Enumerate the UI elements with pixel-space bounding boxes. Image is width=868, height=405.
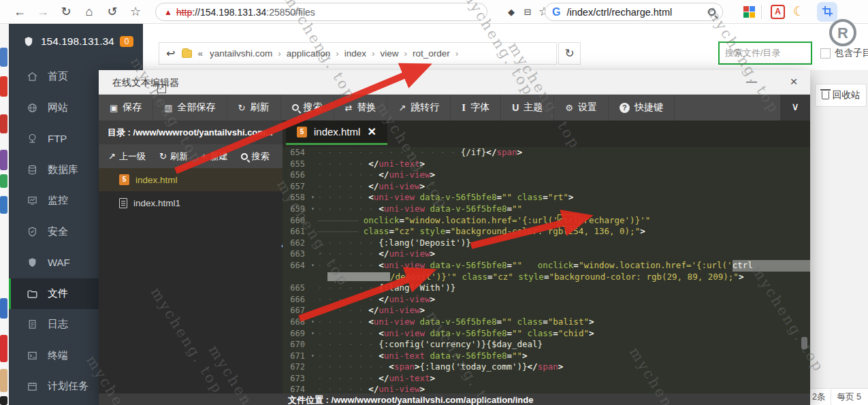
code-line[interactable]: /deposit')}'" class="cz" style="backgrou… — [283, 272, 810, 283]
file-row[interactable]: index.html1 — [99, 191, 283, 214]
tab-index-html[interactable]: 5 index.html ✕ — [286, 120, 387, 145]
include-subdir-label: 包含子目录 — [835, 47, 868, 59]
code-token — [425, 260, 430, 272]
code-line[interactable]: 654· · · · · · · · · · · · · · {/if}</sp… — [283, 147, 810, 159]
code-token — [753, 260, 810, 272]
dialog-titlebar[interactable]: 在线文本编辑器 — × — [99, 70, 810, 95]
reload-icon[interactable]: ↻ — [56, 0, 76, 24]
toolbar-button-refresh[interactable]: ↻刷新 — [227, 95, 281, 120]
code-editor[interactable]: 654· · · · · · · · · · · · · · {/if}</sp… — [283, 147, 810, 393]
code-line[interactable]: 655· · · · · </uni-text> — [283, 159, 810, 170]
code-line[interactable]: 657· · · · · </uni-view> — [283, 181, 810, 193]
avatar[interactable]: R — [829, 19, 856, 46]
crop-extension-icon[interactable] — [822, 6, 833, 16]
fold-gutter — [308, 159, 317, 170]
code-line[interactable]: 671▾· · · · · · <uni-text data-v-56f5bfe… — [283, 351, 810, 362]
pdf-extension-icon[interactable]: A — [771, 5, 785, 19]
forward-icon[interactable]: → — [33, 0, 53, 24]
code-token: = — [496, 317, 502, 328]
address-bar[interactable]: ▲ http://154.198.131.34:25850/files — [155, 3, 487, 21]
breadcrumb[interactable]: ↩ « yantailvshi.com›application›index›vi… — [159, 42, 557, 65]
code-line[interactable]: 672· · · · · · · <span>{:lang('today_com… — [283, 361, 810, 373]
apps-grid-icon[interactable] — [743, 6, 755, 18]
bookmark-star-icon[interactable]: ☆ — [125, 0, 146, 24]
toolbar-button-goto[interactable]: ↗跳转行 — [387, 95, 451, 120]
code-line[interactable]: 667· · · · · </uni-view> — [283, 305, 810, 317]
code-line[interactable]: 666· · · · · · </uni-view> — [283, 294, 810, 306]
code-line[interactable]: 658▾· · · · · <uni-view data-v-56f5bfe8=… — [283, 192, 810, 204]
file-action-up[interactable]: ↗上一级 — [108, 150, 146, 163]
code-token: > — [420, 384, 425, 393]
fold-caret-icon[interactable]: ▾ — [308, 192, 317, 204]
breadcrumb-segment[interactable]: index — [344, 48, 366, 59]
include-subdir-checkbox[interactable] — [820, 48, 831, 59]
breadcrumb-segment[interactable]: yantailvshi.com — [210, 48, 272, 59]
file-row[interactable]: 5index.html — [99, 168, 283, 191]
path-refresh-button[interactable]: ↻ — [558, 42, 581, 65]
code-scrollbar-thumb[interactable] — [801, 337, 807, 349]
recycle-bin-button[interactable]: 回收站 — [815, 84, 867, 107]
code-line[interactable]: 661–––––––– class="cz" style="background… — [283, 226, 810, 238]
code-line[interactable]: 656· · · · · · </uni-view> — [283, 169, 810, 181]
file-search-input[interactable]: 搜索文件/目录 — [718, 42, 812, 65]
monitor-icon — [27, 195, 38, 206]
code-line[interactable]: 659▾· · · · · · <uni-view data-v-56f5bfe… — [283, 204, 810, 215]
file-action-plus[interactable]: +新建 — [202, 150, 228, 163]
close-icon[interactable]: × — [784, 70, 803, 95]
file-action-refresh[interactable]: ↻刷新 — [159, 150, 188, 163]
toolbar-button-search[interactable]: 搜索 — [281, 95, 334, 120]
code-line[interactable]: 674· · · · · </uni-view> — [283, 384, 810, 393]
path-back-icon[interactable]: ↩ — [166, 47, 175, 60]
fold-caret-icon[interactable]: ▾ — [308, 328, 317, 340]
toolbar-button-save[interactable]: ▣保存 — [99, 95, 153, 120]
code-line[interactable]: 662· · · · · · {:lang('Deposit')} — [283, 238, 810, 249]
file-action-search[interactable]: 搜索 — [241, 150, 269, 163]
tab-label: index.html — [314, 126, 360, 137]
code-token: > — [640, 226, 645, 238]
fold-caret-icon[interactable]: ▾ — [308, 317, 317, 328]
code-line[interactable]: 669▾· · · · · · <uni-view data-v-56f5bfe… — [283, 328, 810, 340]
code-line[interactable]: 664▾· · · · · · <uni-view data-v-56f5bfe… — [283, 260, 810, 272]
quick-search-bar[interactable]: G /index/ctrl/recharge.html — [545, 3, 723, 21]
fold-gutter — [308, 248, 317, 260]
code-line[interactable]: 660–––––––– onclick="window.location.hre… — [283, 215, 810, 227]
search-icon[interactable] — [708, 8, 716, 16]
code-token: </ — [368, 384, 379, 393]
toolbar-button-font[interactable]: I字体 — [451, 95, 501, 120]
code-token: > — [430, 294, 436, 306]
toolbar-collapse-icon[interactable]: ∨ — [780, 95, 810, 120]
code-line[interactable]: 663· · · · · · </uni-view> — [283, 248, 810, 260]
code-line[interactable]: 665· · · · · · {:lang('With')} — [283, 282, 810, 294]
recycle-bin-label: 回收站 — [833, 89, 861, 101]
toolbar-button-help[interactable]: ?快捷键 — [609, 95, 675, 120]
fold-gutter — [308, 361, 317, 373]
breadcrumb-segment[interactable]: view — [381, 48, 399, 59]
toolbar-button-gear[interactable]: ⚙设置 — [554, 95, 609, 120]
code-token — [522, 260, 538, 272]
code-token: uni-view — [389, 248, 430, 260]
font-icon: I — [462, 102, 466, 114]
tab-close-icon[interactable]: ✕ — [367, 125, 376, 138]
sidebar-item-label: 日志 — [48, 318, 68, 331]
code-line[interactable]: 673· · · · · · </uni-text> — [283, 373, 810, 385]
server-header[interactable]: 154.198.131.34 0 — [9, 24, 143, 59]
undo-icon[interactable]: ↺ — [102, 0, 123, 24]
back-icon[interactable]: ← — [10, 0, 30, 24]
breadcrumb-segment[interactable]: application — [287, 48, 331, 59]
notification-badge[interactable]: 0 — [120, 36, 134, 47]
code-token: "window.location.href='{:url(' — [579, 260, 733, 272]
toolbar-button-theme[interactable]: U主题 — [501, 95, 554, 120]
toolbar-button-replace[interactable]: ⇄替换 — [334, 95, 388, 120]
path-root-icon[interactable]: « — [197, 48, 203, 59]
breadcrumb-segment[interactable]: rot_order — [413, 48, 450, 59]
home-icon[interactable]: ⌂ — [79, 0, 99, 24]
darkmode-extension-icon[interactable]: ☾ — [793, 3, 805, 19]
pager-per-page[interactable]: 每页 5 — [831, 391, 866, 403]
fold-caret-icon[interactable]: ▾ — [308, 351, 317, 362]
code-line[interactable]: 670· · · · · · {:config('currency')}{$da… — [283, 339, 810, 351]
fold-caret-icon[interactable]: ▾ — [308, 204, 317, 215]
toolbar-button-saveall[interactable]: ▥全部保存 — [153, 95, 227, 120]
minimize-icon[interactable]: — — [742, 70, 761, 95]
fold-caret-icon[interactable]: ▾ — [308, 260, 317, 272]
code-line[interactable]: 668▾· · · · · <uni-view data-v-56f5bfe8=… — [283, 317, 810, 328]
